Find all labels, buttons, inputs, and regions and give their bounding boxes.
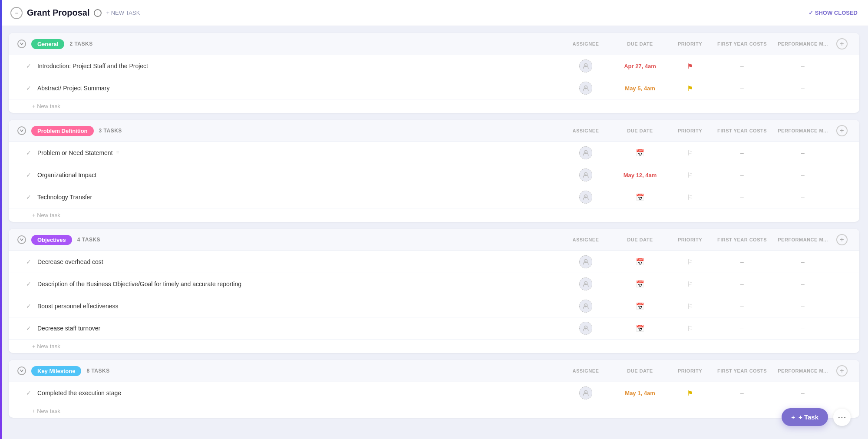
section-collapse-key-milestone[interactable] — [17, 366, 26, 375]
dots-icon: ⋯ — [838, 412, 846, 422]
col-header-performance: PERFORMANCE M... — [772, 368, 833, 373]
task-assignee-1[interactable]: + — [560, 82, 612, 95]
avatar-placeholder[interactable]: + — [579, 59, 592, 73]
task-check-2[interactable]: ✓ — [26, 194, 31, 201]
avatar-placeholder[interactable]: + — [579, 146, 592, 159]
section-collapse-objectives[interactable] — [17, 235, 26, 244]
task-priority-2[interactable]: ⚐ — [668, 302, 712, 310]
task-row-problem-definition-1[interactable]: ✓ Organizational Impact + May 12, 4am ⚐ — [9, 164, 859, 186]
task-check-3[interactable]: ✓ — [26, 325, 31, 332]
avatar-placeholder[interactable]: + — [579, 82, 592, 95]
task-duedate-0[interactable]: Apr 27, 4am — [612, 63, 668, 69]
task-name-1: Description of the Business Objective/Go… — [37, 281, 556, 287]
section-badge-objectives: Objectives — [31, 235, 72, 245]
col-header-add: + — [833, 38, 851, 50]
task-assignee-0[interactable]: + — [560, 386, 612, 399]
new-task-button[interactable]: + NEW TASK — [106, 10, 140, 16]
col-header-performance: PERFORMANCE M... — [772, 128, 833, 133]
task-assignee-0[interactable]: + — [560, 59, 612, 73]
task-priority-2[interactable]: ⚐ — [668, 193, 712, 201]
task-check-2[interactable]: ✓ — [26, 303, 31, 310]
show-closed-button[interactable]: ✓ SHOW CLOSED — [809, 10, 858, 16]
avatar-placeholder[interactable]: + — [579, 277, 592, 290]
add-section-button-problem-definition[interactable]: + — [836, 125, 848, 136]
task-row-problem-definition-0[interactable]: ✓ Problem or Need Statement ≡ + 📅 ⚐ — [9, 142, 859, 164]
task-check-0[interactable]: ✓ — [26, 63, 31, 69]
section-task-count-objectives: 4 TASKS — [77, 237, 100, 243]
add-task-fab[interactable]: + + Task — [782, 408, 828, 426]
task-row-objectives-0[interactable]: ✓ Decrease overhead cost + 📅 ⚐ – — [9, 251, 859, 273]
col-header-assignee: ASSIGNEE — [560, 41, 612, 46]
task-priority-1[interactable]: ⚑ — [668, 84, 712, 92]
task-row-key-milestone-0[interactable]: ✓ Completed the execution stage + May 1,… — [9, 382, 859, 404]
new-task-row-problem-definition[interactable]: + New task — [9, 208, 859, 222]
task-duedate-3[interactable]: 📅 — [612, 324, 668, 333]
avatar-placeholder[interactable]: + — [579, 168, 592, 182]
add-section-button-key-milestone[interactable]: + — [836, 365, 848, 376]
task-duedate-0[interactable]: 📅 — [612, 149, 668, 157]
task-duedate-0[interactable]: May 1, 4am — [612, 390, 668, 396]
avatar-placeholder[interactable]: + — [579, 386, 592, 399]
task-priority-3[interactable]: ⚐ — [668, 324, 712, 333]
fab-dots-button[interactable]: ⋯ — [833, 409, 851, 426]
task-priority-0[interactable]: ⚐ — [668, 258, 712, 266]
sections-container: General 2 TASKS ASSIGNEE DUE DATE PRIORI… — [0, 33, 868, 418]
task-cols-1: + 📅 ⚐ – – — [560, 277, 851, 290]
flag-yellow-icon: ⚑ — [687, 389, 693, 397]
task-assignee-2[interactable]: + — [560, 191, 612, 204]
task-name-1: Abstract/ Project Summary — [37, 85, 556, 92]
task-assignee-3[interactable]: + — [560, 322, 612, 335]
task-duedate-2[interactable]: 📅 — [612, 302, 668, 310]
avatar-placeholder[interactable]: + — [579, 322, 592, 335]
section-collapse-general[interactable] — [17, 40, 26, 48]
new-task-row-key-milestone[interactable]: + New task — [9, 404, 859, 418]
task-performance-2: – — [772, 303, 833, 310]
task-check-0[interactable]: ✓ — [26, 258, 31, 265]
col-header-assignee: ASSIGNEE — [560, 128, 612, 133]
task-row-objectives-2[interactable]: ✓ Boost personnel effectiveness + 📅 ⚐ — [9, 295, 859, 317]
task-performance-1: – — [772, 85, 833, 92]
task-check-0[interactable]: ✓ — [26, 149, 31, 156]
task-cols-0: + 📅 ⚐ – – — [560, 146, 851, 159]
task-row-general-1[interactable]: ✓ Abstract/ Project Summary + May 5, 4am… — [9, 77, 859, 99]
task-priority-1[interactable]: ⚐ — [668, 280, 712, 288]
section-collapse-problem-definition[interactable] — [17, 126, 26, 135]
task-priority-0[interactable]: ⚑ — [668, 389, 712, 397]
task-row-problem-definition-2[interactable]: ✓ Technology Transfer + 📅 ⚐ – — [9, 186, 859, 208]
task-firstyear-3: – — [712, 325, 772, 332]
task-check-1[interactable]: ✓ — [26, 172, 31, 178]
task-duedate-2[interactable]: 📅 — [612, 193, 668, 201]
task-name-0: Introduction: Project Staff and the Proj… — [37, 63, 556, 69]
task-row-objectives-3[interactable]: ✓ Decrease staff turnover + 📅 ⚐ — [9, 317, 859, 340]
collapse-project-button[interactable]: − — [10, 7, 23, 19]
flag-gray-icon: ⚐ — [687, 258, 693, 266]
task-duedate-1[interactable]: 📅 — [612, 280, 668, 288]
new-task-row-objectives[interactable]: + New task — [9, 340, 859, 353]
avatar-placeholder[interactable]: + — [579, 300, 592, 313]
avatar-placeholder[interactable]: + — [579, 191, 592, 204]
section-header-objectives: Objectives 4 TASKS ASSIGNEE DUE DATE PRI… — [9, 229, 859, 251]
task-duedate-1[interactable]: May 5, 4am — [612, 85, 668, 92]
task-assignee-0[interactable]: + — [560, 255, 612, 268]
add-section-button-general[interactable]: + — [836, 38, 848, 50]
task-priority-0[interactable]: ⚐ — [668, 149, 712, 157]
task-assignee-0[interactable]: + — [560, 146, 612, 159]
task-priority-1[interactable]: ⚐ — [668, 171, 712, 179]
task-assignee-2[interactable]: + — [560, 300, 612, 313]
task-assignee-1[interactable]: + — [560, 277, 612, 290]
col-header-duedate: DUE DATE — [612, 128, 668, 133]
task-row-objectives-1[interactable]: ✓ Description of the Business Objective/… — [9, 273, 859, 295]
task-check-0[interactable]: ✓ — [26, 389, 31, 396]
task-duedate-1[interactable]: May 12, 4am — [612, 172, 668, 178]
task-duedate-0[interactable]: 📅 — [612, 258, 668, 266]
add-section-button-objectives[interactable]: + — [836, 234, 848, 245]
task-menu-icon[interactable]: ≡ — [116, 150, 119, 156]
task-assignee-1[interactable]: + — [560, 168, 612, 182]
task-priority-0[interactable]: ⚑ — [668, 62, 712, 70]
info-icon[interactable]: i — [94, 9, 102, 17]
avatar-placeholder[interactable]: + — [579, 255, 592, 268]
task-row-general-0[interactable]: ✓ Introduction: Project Staff and the Pr… — [9, 55, 859, 77]
new-task-row-general[interactable]: + New task — [9, 99, 859, 113]
task-check-1[interactable]: ✓ — [26, 281, 31, 287]
task-check-1[interactable]: ✓ — [26, 85, 31, 92]
